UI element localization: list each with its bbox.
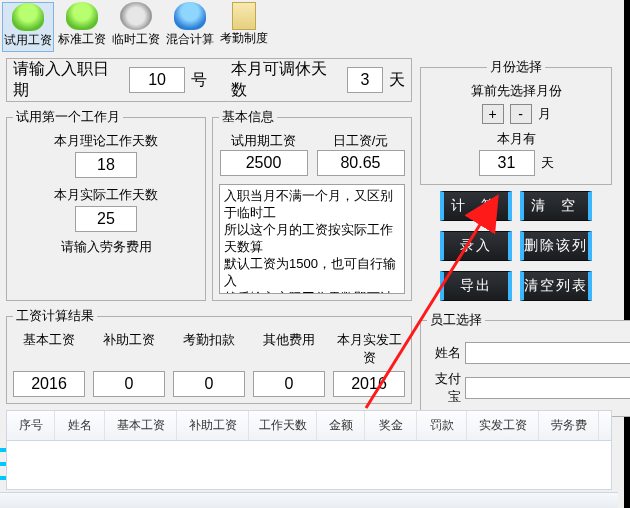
note-line: 所以这个月的工资按实际工作天数算 bbox=[224, 221, 400, 255]
delete-col-button[interactable]: 删除该列 bbox=[520, 231, 592, 261]
export-button[interactable]: 导出 bbox=[440, 271, 512, 301]
trial-salary-input[interactable] bbox=[220, 150, 308, 176]
tab-label: 考勤制度 bbox=[218, 30, 270, 47]
tab-label: 临时工资 bbox=[110, 31, 162, 48]
adj-days-input[interactable] bbox=[347, 67, 383, 93]
first-month-group: 试用第一个工作月 本月理论工作天数 本月实际工作天数 请输入劳务费用 bbox=[6, 108, 206, 301]
tab-label: 试用工资 bbox=[3, 32, 53, 49]
enter-button[interactable]: 录入 bbox=[440, 231, 512, 261]
month-title: 月份选择 bbox=[487, 58, 545, 76]
toolbar: 试用工资 标准工资 临时工资 混合计算 考勤制度 bbox=[0, 0, 624, 52]
grid-footer bbox=[0, 492, 618, 508]
tab-temp-salary[interactable]: 临时工资 bbox=[110, 2, 162, 52]
tab-mixed-calc[interactable]: 混合计算 bbox=[164, 2, 216, 52]
results-legend: 工资计算结果 bbox=[13, 307, 97, 325]
clear-list-button[interactable]: 清空列表 bbox=[520, 271, 592, 301]
notes-box[interactable]: 入职当月不满一个月，又区别于临时工 所以这个月的工资按实际工作天数算 默认工资为… bbox=[219, 184, 405, 294]
theory-days-label: 本月理论工作天数 bbox=[13, 132, 199, 150]
res-head: 考勤扣款 bbox=[173, 331, 245, 367]
calc-button[interactable]: 计 算 bbox=[440, 191, 512, 221]
fee-prompt: 请输入劳务费用 bbox=[13, 238, 199, 256]
res-deduct[interactable] bbox=[173, 371, 245, 397]
month-select-group: 月份选择 算前先选择月份 + - 月 本月有 天 bbox=[420, 58, 612, 185]
month-plus-button[interactable]: + bbox=[482, 104, 504, 124]
entry-date-label: 请输入入职日期 bbox=[13, 59, 123, 101]
day-salary-label: 日工资/元 bbox=[316, 132, 405, 150]
col-index[interactable]: 序号 bbox=[7, 411, 55, 440]
res-head: 其他费用 bbox=[253, 331, 325, 367]
basic-info-group: 基本信息 试用期工资 日工资/元 入职当月不满一个月，又区别于临时工 bbox=[212, 108, 412, 301]
res-base[interactable] bbox=[13, 371, 85, 397]
grid-header: 序号 姓名 基本工资 补助工资 工作天数 金额 奖金 罚款 实发工资 劳务费 bbox=[7, 411, 611, 441]
col-subsidy[interactable]: 补助工资 bbox=[177, 411, 249, 440]
month-days-unit: 天 bbox=[541, 154, 554, 172]
col-bonus[interactable]: 奖金 bbox=[365, 411, 417, 440]
actual-days-input[interactable] bbox=[75, 206, 137, 232]
person-icon bbox=[174, 2, 206, 30]
tab-attendance[interactable]: 考勤制度 bbox=[218, 2, 270, 52]
person-icon bbox=[66, 2, 98, 30]
entry-group: 请输入入职日期 号 本月可调休天数 天 bbox=[6, 58, 412, 102]
col-amount[interactable]: 金额 bbox=[317, 411, 365, 440]
month-minus-button[interactable]: - bbox=[510, 104, 532, 124]
col-fine[interactable]: 罚款 bbox=[417, 411, 467, 440]
tab-trial-salary[interactable]: 试用工资 bbox=[2, 2, 54, 52]
employee-group: 员工选择 姓名 添加 删除 支付宝 修改 bbox=[420, 311, 630, 417]
actual-days-label: 本月实际工作天数 bbox=[13, 186, 199, 204]
data-grid[interactable]: 序号 姓名 基本工资 补助工资 工作天数 金额 奖金 罚款 实发工资 劳务费 bbox=[6, 410, 612, 490]
emp-name-input[interactable] bbox=[465, 342, 630, 364]
results-group: 工资计算结果 基本工资 补助工资 考勤扣款 其他费用 本月实发工资 bbox=[6, 307, 412, 404]
month-has-label: 本月有 bbox=[427, 130, 605, 148]
tab-label: 标准工资 bbox=[56, 31, 108, 48]
adj-days-label: 本月可调休天数 bbox=[231, 59, 341, 101]
side-accent bbox=[0, 438, 6, 490]
gear-icon bbox=[120, 2, 152, 30]
entry-date-input[interactable] bbox=[129, 67, 185, 93]
note-line: 入职当月不满一个月，又区别于临时工 bbox=[224, 187, 400, 221]
basic-info-legend: 基本信息 bbox=[219, 108, 277, 126]
res-net[interactable] bbox=[333, 371, 405, 397]
emp-pay-label: 支付宝 bbox=[427, 370, 461, 406]
tab-label: 混合计算 bbox=[164, 31, 216, 48]
entry-date-unit: 号 bbox=[191, 70, 207, 91]
col-base[interactable]: 基本工资 bbox=[105, 411, 177, 440]
month-unit: 月 bbox=[538, 105, 551, 123]
note-line: 默认工资为1500，也可自行输入 bbox=[224, 255, 400, 289]
emp-pay-input[interactable] bbox=[465, 377, 630, 399]
person-icon bbox=[12, 3, 44, 31]
theory-days-input[interactable] bbox=[75, 152, 137, 178]
trial-salary-label: 试用期工资 bbox=[219, 132, 308, 150]
col-name[interactable]: 姓名 bbox=[55, 411, 105, 440]
grid-body[interactable] bbox=[7, 441, 611, 489]
tab-standard-salary[interactable]: 标准工资 bbox=[56, 2, 108, 52]
res-head: 本月实发工资 bbox=[333, 331, 405, 367]
res-head: 基本工资 bbox=[13, 331, 85, 367]
res-subsidy[interactable] bbox=[93, 371, 165, 397]
month-days-input[interactable] bbox=[479, 150, 535, 176]
employee-legend: 员工选择 bbox=[427, 311, 485, 329]
day-salary-input[interactable] bbox=[317, 150, 405, 176]
month-subtitle: 算前先选择月份 bbox=[427, 82, 605, 100]
emp-name-label: 姓名 bbox=[427, 344, 461, 362]
res-head: 补助工资 bbox=[93, 331, 165, 367]
col-fee[interactable]: 劳务费 bbox=[539, 411, 599, 440]
col-days[interactable]: 工作天数 bbox=[249, 411, 317, 440]
first-month-legend: 试用第一个工作月 bbox=[13, 108, 123, 126]
clear-button[interactable]: 清 空 bbox=[520, 191, 592, 221]
col-net[interactable]: 实发工资 bbox=[467, 411, 539, 440]
res-other[interactable] bbox=[253, 371, 325, 397]
adj-days-unit: 天 bbox=[389, 70, 405, 91]
note-line: 然后输入实际工作天数即可计算 bbox=[224, 289, 400, 294]
note-icon bbox=[232, 2, 256, 30]
